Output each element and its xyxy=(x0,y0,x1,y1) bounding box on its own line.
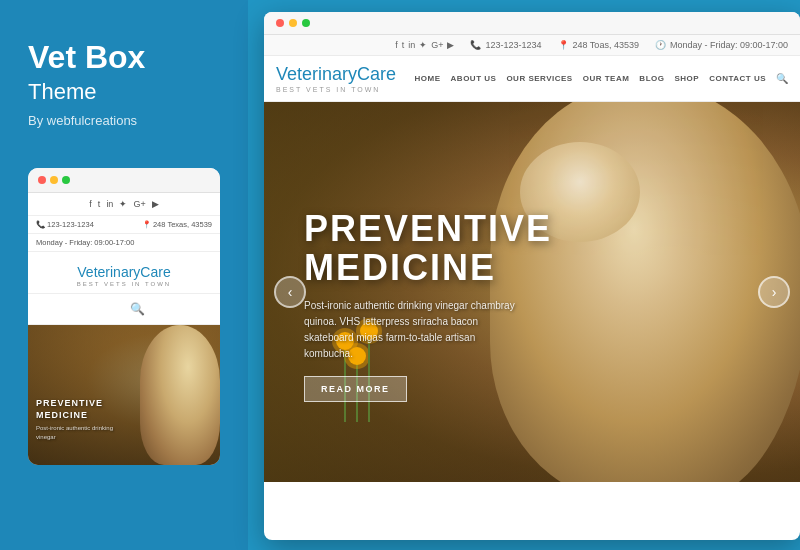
mobile-top-bar xyxy=(28,168,220,193)
desktop-dot-red xyxy=(276,19,284,27)
hero-title: PREVENTIVE MEDICINE xyxy=(304,209,552,288)
desktop-hero: ‹ › PREVENTIVE MEDICINE Post-ironic auth… xyxy=(264,102,800,482)
desktop-top-bar xyxy=(264,12,800,35)
desktop-search-icon[interactable]: 🔍 xyxy=(776,73,788,84)
mobile-logo: VeterinaryCare BEST VETS IN TOWN xyxy=(28,252,220,294)
nav-home[interactable]: HOME xyxy=(415,74,441,83)
tw-icon: t xyxy=(402,40,405,50)
mobile-hero: PREVENTIVE MEDICINE Post-ironic authenti… xyxy=(28,325,220,465)
youtube-icon: ▶ xyxy=(152,199,159,209)
hero-next-button[interactable]: › xyxy=(758,276,790,308)
desktop-mockup: f t in ✦ G+ ▶ 📞 123-123-1234 📍 248 Toas,… xyxy=(264,12,800,540)
left-panel: Vet Box Theme By webfulcreations f t in … xyxy=(0,0,248,550)
hamburger-icon[interactable]: ☰ xyxy=(103,302,114,316)
li-icon: in xyxy=(408,40,415,50)
desktop-dot-yellow xyxy=(289,19,297,27)
mobile-logo-tagline: BEST VETS IN TOWN xyxy=(38,281,210,287)
linkedin-icon: in xyxy=(106,199,113,209)
desktop-address: 248 Toas, 43539 xyxy=(573,40,639,50)
twitter-icon: t xyxy=(98,199,101,209)
desktop-logo-text: VeterinaryCare xyxy=(276,64,396,85)
desktop-phone-info: 📞 123-123-1234 xyxy=(470,40,541,50)
mobile-hero-title: PREVENTIVE MEDICINE xyxy=(36,398,126,421)
desktop-social-links: f t in ✦ G+ ▶ xyxy=(395,40,454,50)
chevron-right-icon: › xyxy=(772,284,777,300)
read-more-button[interactable]: READ MORE xyxy=(304,376,407,402)
desktop-phone: 123-123-1234 xyxy=(485,40,541,50)
instagram-icon: ✦ xyxy=(119,199,127,209)
chevron-left-icon: ‹ xyxy=(288,284,293,300)
mobile-hours: Monday - Friday: 09:00-17:00 xyxy=(36,238,134,247)
desktop-hours-info: 🕐 Monday - Friday: 09:00-17:00 xyxy=(655,40,788,50)
mobile-hero-dog-image xyxy=(140,325,220,465)
mobile-address: 📍 248 Texas, 43539 xyxy=(142,220,212,229)
mobile-info-bar: 📞 123-123-1234 📍 248 Texas, 43539 xyxy=(28,216,220,234)
mobile-hero-background xyxy=(28,325,220,465)
location-icon: 📍 xyxy=(558,40,569,50)
dot-yellow xyxy=(50,176,58,184)
mobile-mockup: f t in ✦ G+ ▶ 📞 123-123-1234 📍 248 Texas… xyxy=(28,168,220,465)
desktop-nav-links: HOME ABOUT US OUR SERVICES OUR TEAM BLOG… xyxy=(415,73,788,84)
desktop-info-bar: f t in ✦ G+ ▶ 📞 123-123-1234 📍 248 Toas,… xyxy=(264,35,800,56)
dot-red xyxy=(38,176,46,184)
logo-veterinary: Veterinary xyxy=(276,64,357,84)
mobile-hero-content: PREVENTIVE MEDICINE Post-ironic authenti… xyxy=(36,398,126,441)
theme-subtitle: Theme xyxy=(28,79,220,105)
desktop-nav: VeterinaryCare BEST VETS IN TOWN HOME AB… xyxy=(264,56,800,102)
desktop-hours: Monday - Friday: 09:00-17:00 xyxy=(670,40,788,50)
desktop-logo-tagline: BEST VETS IN TOWN xyxy=(276,86,396,93)
hero-description: Post-ironic authentic drinking vinegar c… xyxy=(304,298,524,362)
gp-icon: G+ xyxy=(431,40,443,50)
author-label: By webfulcreations xyxy=(28,113,220,128)
right-panel: f t in ✦ G+ ▶ 📞 123-123-1234 📍 248 Toas,… xyxy=(248,0,800,550)
dot-green xyxy=(62,176,70,184)
yt-icon: ▶ xyxy=(447,40,454,50)
ig-icon: ✦ xyxy=(419,40,427,50)
nav-shop[interactable]: SHOP xyxy=(674,74,699,83)
nav-team[interactable]: OUR TEAM xyxy=(583,74,630,83)
facebook-icon: f xyxy=(89,199,92,209)
desktop-logo: VeterinaryCare BEST VETS IN TOWN xyxy=(276,64,396,93)
fb-icon: f xyxy=(395,40,398,50)
desktop-dot-green xyxy=(302,19,310,27)
theme-title: Vet Box xyxy=(28,40,220,75)
search-icon[interactable]: 🔍 xyxy=(130,302,145,316)
nav-about[interactable]: ABOUT US xyxy=(451,74,497,83)
nav-contact[interactable]: CONTACT US xyxy=(709,74,766,83)
google-plus-icon: G+ xyxy=(133,199,145,209)
clock-icon: 🕐 xyxy=(655,40,666,50)
nav-blog[interactable]: BLOG xyxy=(639,74,664,83)
mobile-phone: 📞 123-123-1234 xyxy=(36,220,94,229)
hero-title-line1: PREVENTIVE xyxy=(304,208,552,249)
mobile-hero-description: Post-ironic authentic drinking vinegar xyxy=(36,424,126,441)
hero-prev-button[interactable]: ‹ xyxy=(274,276,306,308)
nav-services[interactable]: OUR SERVICES xyxy=(506,74,572,83)
hero-title-line2: MEDICINE xyxy=(304,247,496,288)
mobile-hours-bar: Monday - Friday: 09:00-17:00 xyxy=(28,234,220,252)
mobile-nav-bar: ☰ 🔍 xyxy=(28,294,220,325)
mobile-logo-text: VeterinaryCare xyxy=(38,264,210,280)
logo-care: Care xyxy=(357,64,396,84)
desktop-address-info: 📍 248 Toas, 43539 xyxy=(558,40,639,50)
hero-content: PREVENTIVE MEDICINE Post-ironic authenti… xyxy=(304,209,552,402)
mobile-social-bar: f t in ✦ G+ ▶ xyxy=(28,193,220,216)
phone-icon: 📞 xyxy=(470,40,481,50)
